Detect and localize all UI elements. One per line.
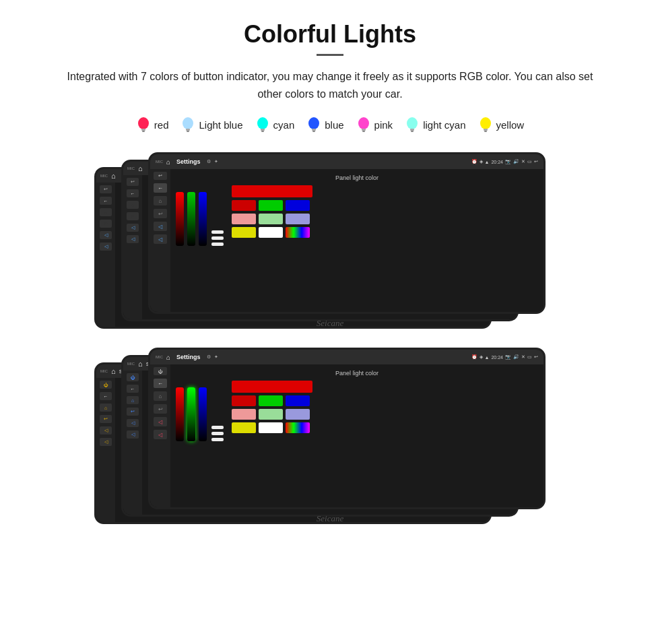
b-nav3-s2: ◁ <box>127 419 139 427</box>
panel-light-color-label: Panel light color <box>176 174 538 181</box>
swatch-red2 <box>232 200 256 211</box>
b-swatch-white <box>259 422 283 433</box>
b-home-s2: ⌂ <box>138 360 143 368</box>
b-back-btn-main: ← <box>154 379 167 388</box>
nav-btn4-s1: ◁ <box>100 243 112 251</box>
svg-rect-5 <box>187 131 189 132</box>
screen-front: MIC ⌂ Settings ⚙ ✦ ⏰ ◈ ▲ 20:24 📷 <box>148 152 546 314</box>
b-screen-topbar: MIC ⌂ Settings ⚙ ✦ ⏰ ◈ ▲ 20:24 📷 <box>150 350 543 364</box>
bottom-stacked-screens: MIC ⌂ Set ⏻ ← ⌂ ↩ ◁ ◁ <box>94 348 566 529</box>
color-item-lightcyan: light cyan <box>405 116 465 133</box>
swatch-lightgreen <box>259 214 283 224</box>
b-swatch-lightgreen <box>259 409 283 420</box>
swatch-row-2 <box>232 200 312 211</box>
b-swatch-pink <box>232 409 256 420</box>
screen-signal: ▲ <box>485 160 490 164</box>
handle-b <box>211 243 224 246</box>
b-screen-sq: ▭ <box>527 354 532 360</box>
b-swatch-yellow <box>232 422 256 433</box>
rst-btn: ↩ <box>154 172 167 180</box>
nav-btn1-s2: ⌂ <box>127 201 139 209</box>
svg-rect-19 <box>484 129 488 131</box>
color-item-cyan: cyan <box>255 116 295 133</box>
screen-main-panel: Panel light color <box>170 169 543 312</box>
b-swatch-lightblue <box>286 409 310 420</box>
screen-status-bar: ⏰ ◈ ▲ 20:24 📷 🔊 ✕ ▭ ↩ <box>471 159 538 164</box>
b-vol-down: ◁ <box>154 417 167 426</box>
swatch-pink <box>232 214 256 224</box>
b-swatch-rainbow <box>286 422 310 433</box>
b-swatch-green <box>259 395 283 406</box>
svg-rect-16 <box>410 129 414 131</box>
color-label-lightcyan: light cyan <box>423 119 465 131</box>
b-screen-home: ⌂ <box>166 354 170 361</box>
b-rst-s2: ⏻ <box>127 373 139 381</box>
svg-point-6 <box>257 117 268 129</box>
bulb-icon-lightcyan <box>405 116 420 133</box>
svg-rect-2 <box>142 131 145 132</box>
page-container: Colorful Lights Integrated with 7 colors… <box>0 0 660 550</box>
color-item-pink: pink <box>356 116 393 133</box>
panel-color-content <box>176 185 538 246</box>
b-screen-usb: ✦ <box>214 354 218 360</box>
bulb-icon-yellow <box>478 116 493 133</box>
nav-btn4-s2: ◁ <box>127 235 139 243</box>
b-swatch-red-full <box>232 381 312 393</box>
home-icon-s2: ⌂ <box>138 164 143 172</box>
b-red-slider <box>176 387 184 441</box>
bulb-icon-blue <box>306 116 321 133</box>
b-screen-mic: MIC <box>156 355 163 359</box>
color-row: red Light blue cyan blue <box>27 116 633 133</box>
page-title: Colorful Lights <box>27 20 633 49</box>
svg-rect-1 <box>141 129 145 131</box>
rst-btn-s1: ↩ <box>100 185 112 193</box>
b-swatch-row-4 <box>232 422 312 433</box>
color-item-blue: blue <box>306 116 343 133</box>
b-screen-vol: 🔊 <box>513 354 519 360</box>
nav-btn3-s1: ◁ <box>100 231 112 239</box>
b-swatch-blue <box>286 395 310 406</box>
bulb-icon-lightblue <box>180 116 195 133</box>
b-screen-gear: ⚙ <box>207 354 211 360</box>
red-slider <box>176 192 184 246</box>
swatch-row-4 <box>232 227 312 238</box>
b-handle-b <box>211 438 224 441</box>
back-btn-s1: ← <box>100 197 112 205</box>
svg-rect-7 <box>261 129 265 131</box>
svg-point-3 <box>183 117 193 129</box>
top-stacked-screens: MIC ⌂ ↩ ← ⌂ ↩ ◁ ◁ <box>94 152 566 334</box>
screen-time: 20:24 <box>491 160 503 164</box>
b-handle-r <box>211 426 224 429</box>
swatch-yellow <box>232 227 256 238</box>
b-swatch-row-3 <box>232 409 312 420</box>
nav-btn2-s2: ↩ <box>127 212 139 220</box>
b-nav1-s2: ⌂ <box>127 396 139 404</box>
b-nav2-s1: ↩ <box>100 415 112 423</box>
home-btn: ⌂ <box>154 196 167 205</box>
vol-down-btn: ◁ <box>154 222 167 231</box>
screen-cam: 📷 <box>505 159 511 164</box>
nav-btn2-s1: ↩ <box>100 220 112 228</box>
color-label-lightblue: Light blue <box>199 119 242 131</box>
svg-rect-11 <box>312 131 315 132</box>
svg-point-9 <box>308 117 319 129</box>
screen-sidebar: ↩ ← ⌂ ↩ ◁ ◁ <box>150 169 170 312</box>
description-text: Integrated with 7 colors of button indic… <box>54 68 606 102</box>
b-blue-slider <box>199 387 207 441</box>
color-label-cyan: cyan <box>273 119 295 131</box>
b-screen-alarm: ⏰ <box>471 354 477 360</box>
b-back-s1: ← <box>100 392 112 400</box>
b-screen-main: Panel light color <box>170 364 543 507</box>
b-nav3-s1: ◁ <box>100 426 112 434</box>
svg-rect-13 <box>362 129 366 131</box>
mic-label-s1: MIC <box>100 174 108 178</box>
b-screen-status: ⏰ ◈ ▲ 20:24 📷 🔊 ✕ ▭ ↩ <box>471 354 538 360</box>
bulb-icon-cyan <box>255 116 270 133</box>
bottom-screen-front: MIC ⌂ Settings ⚙ ✦ ⏰ ◈ ▲ 20:24 📷 <box>148 348 546 509</box>
swatch-white <box>259 227 283 238</box>
screen-usb: ✦ <box>214 159 218 164</box>
color-item-yellow: yellow <box>478 116 525 133</box>
b-screen-loc: ◈ <box>480 354 483 360</box>
color-label-blue: blue <box>325 119 343 131</box>
b-green-slider <box>187 387 195 441</box>
